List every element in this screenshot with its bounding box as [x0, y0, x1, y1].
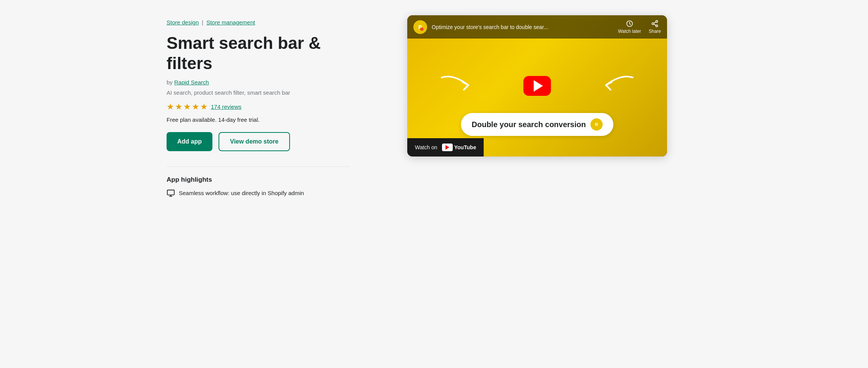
reviews-link[interactable]: 174 reviews [211, 103, 241, 110]
share-icon [651, 20, 659, 27]
highlights-title: App highlights [167, 176, 350, 184]
arrow-left [438, 70, 484, 102]
youtube-label: YouTube [454, 144, 476, 150]
video-search-text: Double your search conversion [472, 120, 586, 129]
svg-rect-0 [167, 190, 174, 195]
right-panel: R 🔴 Optimize your store's search bar to … [373, 15, 701, 197]
star-2: ★ [175, 102, 183, 112]
star-4: ★ [192, 102, 199, 112]
watch-on-youtube-bar[interactable]: Watch on YouTube [407, 138, 484, 157]
add-app-button[interactable]: Add app [167, 132, 212, 151]
workflow-icon [167, 189, 175, 197]
star-5: ★ [200, 102, 208, 112]
video-top-bar: R 🔴 Optimize your store's search bar to … [407, 15, 667, 39]
watch-later-button[interactable]: Watch later [618, 20, 641, 34]
share-label: Share [649, 29, 661, 34]
cta-buttons: Add app View demo store [167, 132, 350, 151]
video-actions: Watch later Share [618, 20, 661, 34]
star-3: ★ [183, 102, 191, 112]
view-demo-button[interactable]: View demo store [219, 132, 290, 151]
app-description: AI search, product search filter, smart … [167, 89, 350, 96]
breadcrumb-store-management[interactable]: Store management [206, 19, 255, 26]
author-line: by Rapid Search [167, 79, 350, 86]
highlight-item-1: Seamless workflow: use directly in Shopi… [167, 189, 350, 197]
stars: ★ ★ ★ ★ ★ [167, 102, 208, 112]
share-button[interactable]: Share [649, 20, 661, 34]
left-panel: Store design | Store management Smart se… [167, 15, 350, 197]
highlights-section: App highlights Seamless workflow: use di… [167, 166, 350, 197]
youtube-logo: YouTube [442, 144, 476, 151]
rating-row: ★ ★ ★ ★ ★ 174 reviews [167, 102, 350, 112]
watch-on-text: Watch on [415, 144, 437, 150]
video-thumbnail[interactable]: R 🔴 Optimize your store's search bar to … [407, 15, 667, 157]
app-title: Smart search bar & filters [167, 33, 350, 74]
video-search-bar: Double your search conversion R [461, 113, 614, 136]
clock-icon [626, 20, 633, 27]
play-button[interactable] [523, 76, 551, 96]
star-1: ★ [167, 102, 174, 112]
watch-later-label: Watch later [618, 29, 641, 34]
youtube-icon [442, 144, 453, 151]
pricing-text: Free plan available. 14-day free trial. [167, 116, 350, 123]
highlight-text-1: Seamless workflow: use directly in Shopi… [179, 190, 304, 196]
video-title: Optimize your store's search bar to doub… [432, 24, 614, 30]
breadcrumb: Store design | Store management [167, 19, 350, 26]
author-prefix: by [167, 79, 173, 86]
author-link[interactable]: Rapid Search [174, 79, 209, 86]
breadcrumb-store-design[interactable]: Store design [167, 19, 199, 26]
arrow-right [591, 70, 636, 102]
rapid-logo-small: R [590, 118, 602, 131]
channel-logo: R 🔴 [413, 20, 427, 34]
breadcrumb-separator: | [202, 19, 203, 26]
